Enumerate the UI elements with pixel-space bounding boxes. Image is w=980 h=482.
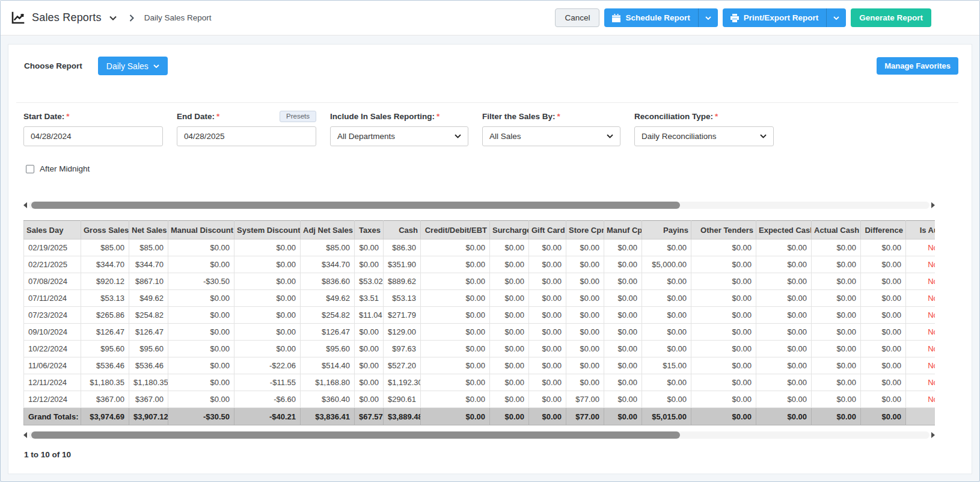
table-cell: $254.82	[301, 307, 355, 324]
table-cell: $254.82	[129, 307, 168, 324]
table-cell: $0.00	[604, 357, 642, 374]
table-cell: $0.00	[529, 307, 566, 324]
table-row: 09/10/2024$126.47$126.47$0.00$0.00$126.4…	[24, 324, 936, 341]
print-export-dropdown-toggle[interactable]	[826, 8, 846, 27]
table-cell: $0.00	[566, 374, 604, 391]
scroll-left-arrow[interactable]	[23, 202, 27, 208]
generate-report-button[interactable]: Generate Report	[851, 8, 931, 27]
table-cell: $77.00	[566, 408, 604, 425]
end-date-field: End Date:* Presets	[177, 111, 316, 146]
printer-icon	[730, 14, 739, 22]
table-cell: $0.00	[490, 357, 529, 374]
column-header: Gift Card	[529, 221, 566, 239]
table-cell: $0.00	[756, 256, 812, 273]
table-cell: $0.00	[234, 324, 301, 341]
cancel-button[interactable]: Cancel	[555, 8, 599, 27]
end-date-input[interactable]	[177, 126, 316, 146]
table-cell: $0.00	[355, 341, 384, 357]
start-date-input[interactable]	[23, 126, 163, 146]
print-export-button[interactable]: Print/Export Report	[723, 8, 847, 27]
schedule-report-button[interactable]: Schedule Report	[604, 8, 717, 27]
chevron-right-icon	[129, 14, 134, 22]
table-row: 12/11/2024$1,180.35$1,180.35$0.00-$11.55…	[24, 374, 936, 391]
table-cell: $0.00	[691, 374, 756, 391]
table-cell: $0.00	[490, 408, 529, 425]
filter-sales-select[interactable]: All Sales	[482, 126, 620, 146]
section-divider	[16, 102, 958, 103]
table-cell: $53.13	[81, 290, 129, 307]
scroll-left-arrow[interactable]	[23, 432, 27, 438]
sales-report-page: Sales Reports Daily Sales Report Cancel …	[0, 0, 980, 482]
scrollbar-thumb[interactable]	[31, 431, 680, 439]
table-cell: $0.00	[529, 357, 566, 374]
start-date-field: Start Date:*	[23, 111, 163, 146]
after-midnight-row[interactable]: After Midnight	[26, 164, 958, 173]
table-cell: 12/12/2024	[24, 391, 81, 408]
table-cell: $0.00	[642, 341, 691, 357]
table-scrollbar-bottom[interactable]	[23, 431, 935, 439]
table-cell: $3,836.41	[301, 408, 355, 425]
table-cell: $889.62	[384, 273, 421, 290]
table-cell: No	[906, 357, 936, 374]
scroll-right-arrow[interactable]	[931, 202, 935, 208]
schedule-report-dropdown-toggle[interactable]	[698, 8, 718, 27]
table-cell: $0.00	[234, 239, 301, 256]
table-cell: -$40.21	[234, 408, 301, 425]
table-cell: $0.00	[490, 341, 529, 357]
table-cell: 12/11/2024	[24, 374, 81, 391]
table-cell: $920.12	[81, 273, 129, 290]
chevron-down-icon	[455, 134, 461, 138]
table-cell: $0.00	[168, 391, 234, 408]
table-cell: $0.00	[812, 391, 861, 408]
table-cell: $0.00	[691, 408, 756, 425]
table-cell: $0.00	[812, 341, 861, 357]
table-cell: $0.00	[168, 290, 234, 307]
reconciliation-type-select[interactable]: Daily Reconciliations	[634, 126, 774, 146]
presets-button[interactable]: Presets	[280, 111, 316, 122]
report-type-dropdown[interactable]: Daily Sales	[98, 57, 168, 75]
schedule-report-main[interactable]: Schedule Report	[604, 8, 697, 27]
table-cell: $0.00	[355, 374, 384, 391]
column-header: Taxes	[355, 221, 384, 239]
table-cell: $0.00	[642, 290, 691, 307]
table-cell: $514.40	[301, 357, 355, 374]
table-cell: $290.61	[384, 391, 421, 408]
table-cell: $126.47	[81, 324, 129, 341]
table-cell: $0.00	[756, 307, 812, 324]
column-header: Actual Cash	[812, 221, 861, 239]
required-marker: *	[436, 112, 439, 121]
scrollbar-thumb[interactable]	[31, 202, 680, 209]
table-cell: $0.00	[756, 357, 812, 374]
record-count: 1 to 10 of 10	[24, 450, 958, 459]
after-midnight-checkbox[interactable]	[26, 165, 34, 173]
manage-favorites-button[interactable]: Manage Favorites	[877, 57, 958, 75]
table-row: 02/21/2025$344.70$344.70$0.00$0.00$344.7…	[24, 256, 936, 273]
table-cell: $0.00	[604, 341, 642, 357]
table-cell: $0.00	[691, 307, 756, 324]
column-header: System Discount	[234, 221, 301, 239]
required-marker: *	[557, 112, 560, 121]
end-date-label: End Date:*	[177, 112, 219, 121]
chart-line-icon	[11, 11, 25, 25]
print-export-main[interactable]: Print/Export Report	[723, 8, 827, 27]
include-sales-select[interactable]: All Departments	[330, 126, 468, 146]
table-cell: $0.00	[861, 408, 906, 425]
reconciliation-type-field: Reconciliation Type:* Daily Reconciliati…	[634, 111, 774, 146]
table-cell: $0.00	[604, 408, 642, 425]
table-cell: $0.00	[566, 357, 604, 374]
report-card: Choose Report Daily Sales Manage Favorit…	[8, 44, 972, 474]
scroll-right-arrow[interactable]	[931, 432, 935, 438]
column-header: Expected Cash	[756, 221, 812, 239]
table-cell: $0.00	[604, 307, 642, 324]
chevron-down-icon[interactable]	[109, 16, 117, 20]
table-cell: No	[906, 307, 936, 324]
table-cell: $0.00	[691, 391, 756, 408]
table-row: 07/11/2024$53.13$49.62$0.00$0.00$49.62$3…	[24, 290, 936, 307]
table-cell: $0.00	[355, 357, 384, 374]
table-cell: $0.00	[812, 290, 861, 307]
scrollbar-track[interactable]	[29, 202, 929, 209]
table-cell: $53.13	[384, 290, 421, 307]
breadcrumb: Daily Sales Report	[144, 13, 212, 22]
table-scrollbar-top[interactable]	[23, 201, 935, 209]
scrollbar-track[interactable]	[29, 431, 929, 439]
